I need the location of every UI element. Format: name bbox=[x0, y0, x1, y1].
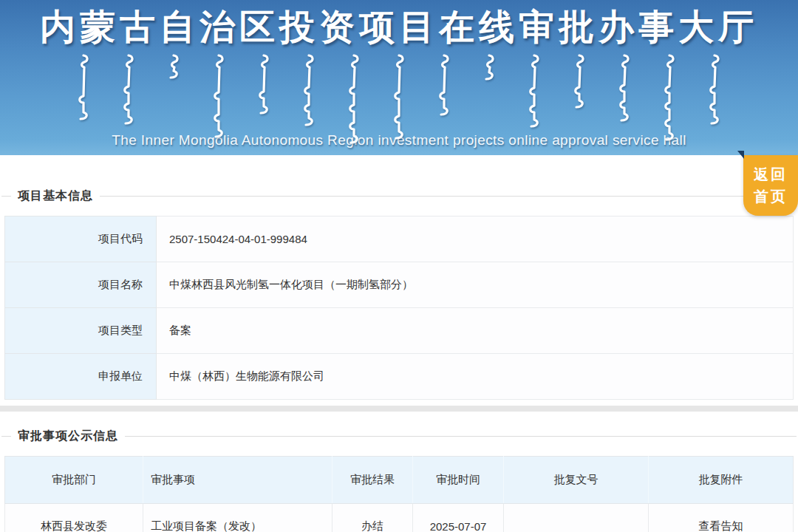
col-header-approval-result: 审批结果 bbox=[332, 457, 413, 504]
site-banner: 内蒙古自治区投资项目在线审批办事大厅 The Inner Mongolia Au… bbox=[0, 0, 798, 155]
col-header-reply-doc-no: 批复文号 bbox=[504, 457, 649, 504]
return-home-button[interactable]: 返回 首页 bbox=[743, 155, 798, 216]
mongolian-script bbox=[0, 53, 798, 132]
content-area: 项目基本信息 项目代码 2507-150424-04-01-999484 项目名… bbox=[0, 155, 798, 532]
project-info-table: 项目代码 2507-150424-04-01-999484 项目名称 中煤林西县… bbox=[4, 216, 794, 400]
declare-unit-label: 申报单位 bbox=[5, 354, 157, 400]
table-row: 项目类型 备案 bbox=[5, 308, 794, 354]
table-row: 项目代码 2507-150424-04-01-999484 bbox=[5, 216, 794, 262]
project-name-value: 中煤林西县风光制氢一体化项目（一期制氢部分） bbox=[157, 262, 794, 308]
reply-doc-no-cell bbox=[504, 504, 649, 532]
ribbon-fold-icon bbox=[737, 151, 744, 159]
view-notice-link[interactable]: 查看告知 bbox=[699, 519, 743, 532]
approval-time-cell: 2025-07-07 bbox=[413, 504, 504, 532]
approval-table: 审批部门 审批事项 审批结果 审批时间 批复文号 批复附件 林西县发改委 工业项… bbox=[4, 456, 794, 532]
col-header-approval-dept: 审批部门 bbox=[5, 457, 143, 504]
approval-item-cell: 工业项目备案（发改） bbox=[143, 504, 332, 532]
col-header-reply-attachment: 批复附件 bbox=[649, 457, 794, 504]
project-type-value: 备案 bbox=[157, 308, 794, 354]
approval-result-cell: 办结 bbox=[332, 504, 413, 532]
section-divider: 审批事项公示信息 bbox=[1, 429, 797, 444]
approval-dept-cell: 林西县发改委 bbox=[5, 504, 143, 532]
col-header-approval-time: 审批时间 bbox=[413, 457, 504, 504]
card-gap bbox=[0, 406, 798, 412]
section-divider: 项目基本信息 bbox=[1, 188, 797, 204]
approval-table-row: 林西县发改委 工业项目备案（发改） 办结 2025-07-07 查看告知 bbox=[5, 504, 794, 532]
approval-public-info-section: 审批事项公示信息 审批部门 审批事项 审批结果 审批时间 批复文号 批复附件 林 bbox=[0, 412, 798, 532]
col-header-approval-item: 审批事项 bbox=[143, 457, 332, 504]
section-title-basic-info: 项目基本信息 bbox=[11, 188, 100, 204]
return-home-label: 返回 首页 bbox=[754, 163, 788, 208]
declare-unit-value: 中煤（林西）生物能源有限公司 bbox=[157, 354, 794, 400]
project-code-value: 2507-150424-04-01-999484 bbox=[157, 216, 794, 262]
project-type-label: 项目类型 bbox=[5, 308, 157, 354]
project-basic-info-section: 项目基本信息 项目代码 2507-150424-04-01-999484 项目名… bbox=[0, 155, 798, 406]
reply-attachment-cell: 查看告知 bbox=[649, 504, 794, 532]
table-row: 项目名称 中煤林西县风光制氢一体化项目（一期制氢部分） bbox=[5, 262, 794, 308]
approval-table-header-row: 审批部门 审批事项 审批结果 审批时间 批复文号 批复附件 bbox=[5, 457, 794, 504]
table-row: 申报单位 中煤（林西）生物能源有限公司 bbox=[5, 354, 794, 400]
site-title-cn: 内蒙古自治区投资项目在线审批办事大厅 bbox=[0, 0, 798, 51]
section-title-approval-info: 审批事项公示信息 bbox=[11, 429, 125, 444]
project-code-label: 项目代码 bbox=[5, 216, 157, 262]
project-name-label: 项目名称 bbox=[5, 262, 157, 308]
